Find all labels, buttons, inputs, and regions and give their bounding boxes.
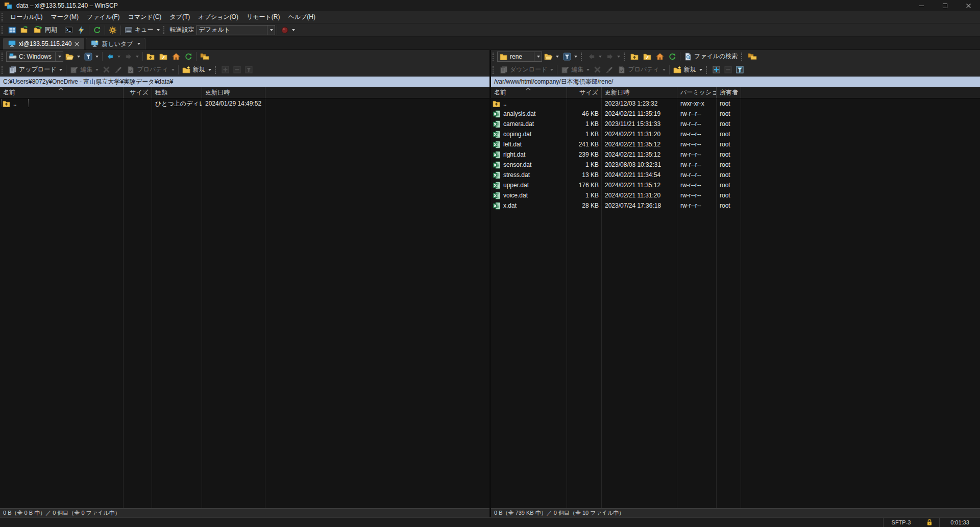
remote-select-remove-button[interactable]: [722, 64, 734, 76]
find-files-button[interactable]: ファイルの検索: [682, 51, 740, 62]
synchronize-button[interactable]: 同期: [32, 24, 59, 36]
toolbar-grip[interactable]: [493, 53, 495, 61]
column-header-modified[interactable]: 更新日時: [602, 87, 677, 98]
local-filter-button[interactable]: [82, 51, 101, 62]
close-button[interactable]: [957, 0, 980, 11]
local-forward-button[interactable]: [122, 51, 141, 62]
table-row[interactable]: upper.dat 176 KB 2024/02/21 11:35:12 rw-…: [491, 180, 980, 190]
local-synchronize-browsing-button[interactable]: [198, 51, 211, 62]
toolbar-grip[interactable]: [163, 26, 166, 34]
local-back-button[interactable]: [104, 51, 122, 62]
table-row[interactable]: coping.dat 1 KB 2024/02/21 11:31:20 rw-r…: [491, 129, 980, 139]
menubar-grip[interactable]: [2, 13, 4, 21]
remote-refresh-button[interactable]: [666, 51, 678, 62]
remote-path-bar[interactable]: /var/www/html/company/日本海倶楽部/rene/: [491, 77, 980, 87]
queue-button[interactable]: キュー: [122, 24, 162, 36]
menu-item[interactable]: コマンド(C): [124, 11, 166, 23]
column-header-name[interactable]: 名前: [491, 87, 567, 98]
remote-forward-button[interactable]: [604, 51, 622, 62]
menu-item[interactable]: マーク(M): [47, 11, 83, 23]
refresh-button[interactable]: [91, 24, 103, 36]
table-row[interactable]: left.dat 241 KB 2024/02/21 11:35:12 rw-r…: [491, 139, 980, 149]
column-header-name[interactable]: 名前: [0, 87, 124, 98]
table-row[interactable]: x.dat 28 KB 2023/07/24 17:36:18 rw-r--r-…: [491, 200, 980, 211]
menu-item[interactable]: リモート(R): [242, 11, 284, 23]
remote-home-button[interactable]: [654, 51, 666, 62]
protocol-badge[interactable]: SFTP-3: [883, 518, 919, 527]
remote-parent-directory-button[interactable]: [628, 51, 641, 62]
remote-selection-filter-button[interactable]: [734, 64, 746, 76]
maximize-button[interactable]: [933, 0, 957, 11]
column-header-modified[interactable]: 更新日時: [202, 87, 265, 98]
toolbar-grip[interactable]: [2, 66, 4, 74]
local-path-bar[interactable]: C:¥Users¥8072y¥OneDrive - 富山県立大学¥実験データ¥d…: [0, 77, 489, 87]
table-row[interactable]: analysis.dat 46 KB 2024/02/21 11:35:19 r…: [491, 109, 980, 119]
remote-synchronize-browsing-button[interactable]: [746, 51, 759, 62]
menu-item[interactable]: オプション(O): [194, 11, 242, 23]
local-home-button[interactable]: [170, 51, 182, 62]
open-terminal-button[interactable]: [63, 24, 75, 36]
remote-back-button[interactable]: [585, 51, 604, 62]
dock-layout-button[interactable]: [6, 24, 18, 36]
minimize-button[interactable]: [910, 0, 933, 11]
table-row[interactable]: camera.dat 1 KB 2023/11/21 15:31:33 rw-r…: [491, 119, 980, 129]
remote-directory-select[interactable]: rene: [497, 52, 542, 62]
remote-filter-button[interactable]: [561, 51, 579, 62]
local-refresh-button[interactable]: [182, 51, 194, 62]
remote-new-button[interactable]: 新規: [671, 64, 704, 76]
toolbar-grip[interactable]: [2, 26, 4, 34]
local-select-remove-button[interactable]: [231, 64, 243, 76]
column-header-type[interactable]: 種類: [152, 87, 202, 98]
local-properties-button[interactable]: プロパティ: [125, 64, 176, 76]
column-header-size[interactable]: サイズ: [567, 87, 602, 98]
remote-rename-button[interactable]: [603, 64, 616, 76]
transfer-preset-select[interactable]: デフォルト: [197, 25, 275, 35]
remote-go-to-directory-button[interactable]: [641, 51, 654, 62]
remote-edit-button[interactable]: 編集: [559, 64, 592, 76]
table-row[interactable]: sensor.dat 1 KB 2023/08/03 10:32:31 rw-r…: [491, 160, 980, 170]
tab-close-icon[interactable]: [75, 42, 79, 46]
tab-new[interactable]: 新しいタブ: [86, 38, 145, 49]
local-open-directory-button[interactable]: [63, 51, 82, 62]
local-rename-button[interactable]: [112, 64, 125, 76]
remote-delete-button[interactable]: [592, 64, 603, 76]
table-row[interactable]: .. 2023/12/03 1:23:32 rwxr-xr-x root: [491, 98, 980, 109]
local-new-button[interactable]: 新規: [180, 64, 213, 76]
menu-item[interactable]: ファイル(F): [83, 11, 124, 23]
preferences-button[interactable]: [107, 24, 119, 36]
table-row[interactable]: stress.dat 13 KB 2024/02/21 11:34:54 rw-…: [491, 170, 980, 180]
menu-item[interactable]: タブ(T): [165, 11, 194, 23]
column-header-permissions[interactable]: パーミッション: [677, 87, 717, 98]
remote-properties-button[interactable]: プロパティ: [616, 64, 667, 76]
toolbar-grip[interactable]: [624, 53, 626, 61]
table-row[interactable]: .. ひとつ上のディレクトリ 2024/01/29 14:49:52: [0, 98, 489, 109]
menu-item[interactable]: ローカル(L): [6, 11, 47, 23]
tab-session[interactable]: xi@133.55.115.240: [3, 38, 84, 49]
column-header-size[interactable]: サイズ: [124, 87, 152, 98]
local-go-to-directory-button[interactable]: [157, 51, 170, 62]
color-scheme-button[interactable]: [279, 24, 297, 36]
local-edit-button[interactable]: 編集: [68, 64, 101, 76]
table-row[interactable]: voice.dat 1 KB 2024/02/21 11:31:20 rw-r-…: [491, 190, 980, 200]
remote-open-directory-button[interactable]: [542, 51, 561, 62]
download-button[interactable]: ダウンロード: [497, 64, 555, 76]
toolbar-grip[interactable]: [215, 66, 217, 74]
toolbar-grip[interactable]: [706, 66, 708, 74]
local-selection-filter-button[interactable]: [243, 64, 255, 76]
local-select-add-button[interactable]: [219, 64, 231, 76]
table-row[interactable]: right.dat 239 KB 2024/02/21 11:35:12 rw-…: [491, 149, 980, 160]
column-header-owner[interactable]: 所有者: [717, 87, 741, 98]
toolbar-grip[interactable]: [493, 66, 495, 74]
keep-up-to-date-button[interactable]: [18, 24, 32, 36]
encryption-status[interactable]: [919, 518, 939, 527]
upload-button[interactable]: アップロード: [6, 64, 64, 76]
local-parent-directory-button[interactable]: [144, 51, 157, 62]
remote-select-add-button[interactable]: [710, 64, 722, 76]
local-drive-select[interactable]: C: Windows: [6, 52, 63, 62]
open-console-button[interactable]: [75, 24, 87, 36]
toolbar-grip[interactable]: [741, 53, 744, 61]
toolbar-grip[interactable]: [2, 53, 4, 61]
local-delete-button[interactable]: [101, 64, 112, 76]
toolbar-grip[interactable]: [581, 53, 583, 61]
menu-item[interactable]: ヘルプ(H): [284, 11, 320, 23]
